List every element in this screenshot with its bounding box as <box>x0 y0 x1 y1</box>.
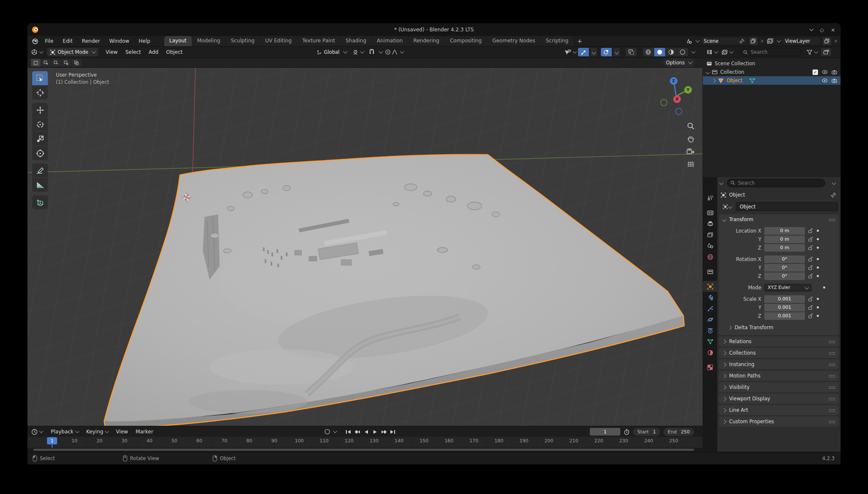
tool-select-box[interactable] <box>32 71 48 85</box>
maximize-button[interactable]: ◇ <box>820 27 824 33</box>
select-mode-extend-button[interactable] <box>41 59 51 67</box>
timeline-menu-playback[interactable]: Playback <box>47 429 83 435</box>
section-instancing[interactable]: Instancing <box>719 359 839 369</box>
overlays-options-chevron[interactable] <box>614 48 620 56</box>
editor-type-timeline-icon[interactable] <box>31 429 38 435</box>
expand-chevron[interactable] <box>712 78 716 83</box>
editor-type-chevron[interactable] <box>39 50 44 54</box>
perspective-toggle-icon[interactable] <box>687 160 695 168</box>
navigation-gizmo[interactable]: Z Y X <box>657 77 696 116</box>
camera-view-icon[interactable] <box>686 148 695 155</box>
viewlayer-browse-chevron[interactable] <box>777 39 781 43</box>
tab-compositing[interactable]: Compositing <box>445 36 487 46</box>
panel-drag-handle[interactable] <box>829 340 835 343</box>
tab-world[interactable] <box>703 251 717 262</box>
outliner-row-scene-collection[interactable]: Scene Collection <box>703 59 840 68</box>
pivot-point-dropdown[interactable] <box>352 49 364 56</box>
shading-wireframe-button[interactable] <box>643 48 654 56</box>
tab-particles[interactable] <box>703 303 717 314</box>
xray-toggle[interactable] <box>626 48 637 56</box>
lock-icon[interactable] <box>808 228 813 233</box>
tab-physics[interactable] <box>703 314 717 325</box>
outliner-search-input[interactable] <box>750 49 798 56</box>
tab-constraints[interactable] <box>703 325 717 336</box>
tab-modifiers[interactable] <box>703 292 717 303</box>
properties-editor-chevron[interactable] <box>719 181 724 185</box>
play-button[interactable] <box>371 428 379 436</box>
rotation-mode-dropdown[interactable]: XYZ Euler <box>764 284 812 291</box>
render-camera-icon[interactable] <box>832 78 837 83</box>
scale-z-input[interactable]: 0.001 <box>764 312 805 320</box>
panel-drag-handle[interactable] <box>829 375 835 377</box>
lock-icon[interactable] <box>808 313 813 319</box>
viewport-menu-view[interactable]: View <box>102 49 121 55</box>
scene-icon[interactable] <box>686 38 692 44</box>
tool-transform[interactable] <box>32 146 48 160</box>
panel-drag-handle[interactable] <box>829 409 835 412</box>
tool-rotate[interactable] <box>32 117 48 131</box>
viewlayer-icon[interactable] <box>767 38 774 44</box>
timeline-type-chevron[interactable] <box>39 429 44 433</box>
lock-icon[interactable] <box>808 273 813 279</box>
hide-eye-icon[interactable] <box>822 70 828 74</box>
jump-to-end-button[interactable] <box>389 428 397 436</box>
editor-type-3d-viewport-icon[interactable] <box>31 49 38 56</box>
animate-dot[interactable] <box>817 298 819 300</box>
tab-scene[interactable] <box>703 240 717 251</box>
lock-icon[interactable] <box>808 296 813 302</box>
minimize-button[interactable] <box>810 27 814 31</box>
show-overlays-toggle[interactable] <box>601 48 612 56</box>
blender-menu-icon[interactable] <box>31 38 39 44</box>
rotation-z-input[interactable]: 0° <box>764 272 805 280</box>
scene-new-button[interactable] <box>749 37 757 45</box>
select-mode-set-button[interactable] <box>31 59 41 67</box>
scene-browse-chevron[interactable] <box>695 39 699 43</box>
tab-collection[interactable] <box>703 266 717 277</box>
selectability-visibility-dropdown[interactable] <box>564 49 576 56</box>
scale-y-input[interactable]: 0.001 <box>764 304 805 311</box>
delta-transform-section[interactable]: Delta Transform <box>719 323 839 332</box>
shading-solid-button[interactable] <box>654 48 665 56</box>
tab-texture-paint[interactable]: Texture Paint <box>297 36 340 46</box>
mode-dropdown[interactable]: Object Mode <box>47 48 98 56</box>
outliner-row-object[interactable]: Object <box>703 76 840 85</box>
lock-icon[interactable] <box>808 236 813 242</box>
hide-eye-icon[interactable] <box>822 78 828 83</box>
add-workspace-button[interactable]: + <box>574 36 586 46</box>
timeline-ruler[interactable]: 1020304050607080901001101201301401501601… <box>28 437 702 448</box>
animate-dot[interactable] <box>817 306 819 308</box>
tab-rendering[interactable]: Rendering <box>408 36 444 46</box>
menu-window[interactable]: Window <box>105 36 134 46</box>
new-collection-button[interactable] <box>821 48 831 56</box>
viewlayer-new-button[interactable] <box>823 37 831 45</box>
outliner-filter-dropdown[interactable] <box>807 50 818 55</box>
auto-keying-chevron[interactable] <box>333 429 337 433</box>
panel-drag-handle[interactable] <box>829 420 835 423</box>
display-mode-chevron[interactable] <box>730 50 734 54</box>
zoom-icon[interactable] <box>687 122 695 130</box>
pan-hand-icon[interactable] <box>687 135 695 143</box>
tab-object-data[interactable] <box>703 336 717 347</box>
viewport-menu-select[interactable]: Select <box>122 49 145 55</box>
frame-end-field[interactable]: End 250 <box>663 428 694 436</box>
tool-measure[interactable] <box>32 178 48 192</box>
stopwatch-icon[interactable] <box>624 429 630 435</box>
animate-dot[interactable] <box>817 315 819 317</box>
tool-scale[interactable] <box>32 132 48 146</box>
section-collections[interactable]: Collections <box>719 348 839 358</box>
properties-search[interactable] <box>727 179 825 187</box>
animate-dot[interactable] <box>817 247 819 249</box>
tab-uv-editing[interactable]: UV Editing <box>260 36 297 46</box>
panel-drag-handle[interactable] <box>829 218 835 221</box>
gizmo-axis-neg-z[interactable] <box>676 108 682 115</box>
tool-move[interactable] <box>32 103 48 117</box>
menu-file[interactable]: File <box>40 36 58 46</box>
select-mode-intersect-button[interactable] <box>72 59 81 67</box>
gizmo-axis-neg-y[interactable] <box>661 100 667 106</box>
editor-type-outliner-icon[interactable] <box>706 49 713 55</box>
rotation-x-input[interactable]: 0° <box>764 255 805 263</box>
tab-scripting[interactable]: Scripting <box>541 36 573 46</box>
viewport-menu-add[interactable]: Add <box>145 49 162 55</box>
expand-chevron[interactable] <box>706 70 710 74</box>
proportional-edit-icon[interactable] <box>385 49 391 55</box>
